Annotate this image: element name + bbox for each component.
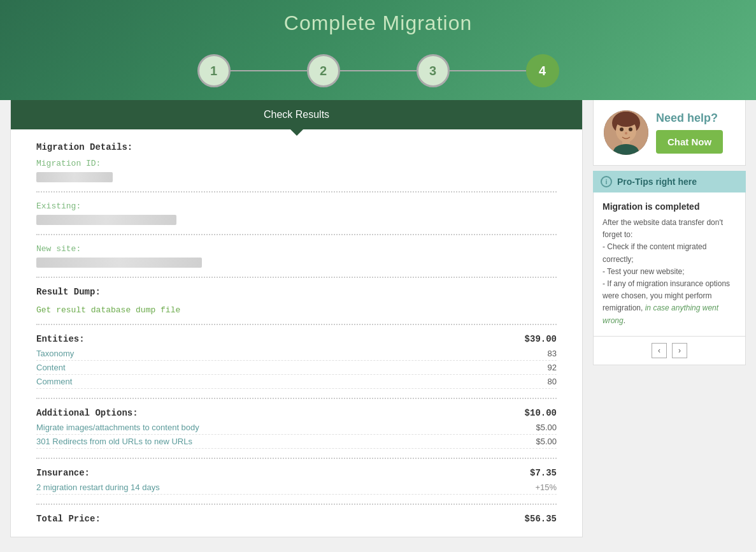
total-price: $56.35 [525, 514, 557, 524]
taxonomy-row: Taxonomy 83 [36, 347, 557, 361]
step-line-3 [450, 70, 526, 71]
tips-title: Migration is completed [603, 201, 736, 212]
additional-price: $10.00 [525, 408, 557, 418]
steps-bar: 1 2 3 4 [0, 48, 756, 100]
prev-arrow-button[interactable]: ‹ [652, 343, 667, 358]
tips-content: After the website data transfer don't fo… [603, 217, 736, 327]
svg-point-3 [615, 112, 638, 127]
divider-5 [36, 398, 557, 399]
divider-2 [36, 234, 557, 235]
pro-tips-header: i Pro-Tips right here [593, 171, 746, 192]
next-arrow-button[interactable]: › [672, 343, 687, 358]
new-site-value [36, 258, 202, 268]
avatar [604, 110, 648, 155]
comment-row: Comment 80 [36, 375, 557, 389]
taxonomy-value: 83 [548, 349, 557, 358]
left-panel: Check Results Migration Details: Migrati… [10, 99, 583, 537]
check-results-label: Check Results [264, 109, 329, 120]
insurance-label: Insurance: [36, 468, 90, 478]
content-row: Content 92 [36, 361, 557, 375]
taxonomy-label: Taxonomy [36, 349, 74, 358]
content-value: 92 [548, 363, 557, 372]
step-4[interactable]: 4 [526, 54, 559, 87]
result-dump-title: Result Dump: [36, 287, 557, 297]
tips-body: Migration is completed After the website… [593, 192, 746, 337]
option1-price: $5.00 [536, 423, 557, 432]
info-icon: i [601, 176, 612, 187]
help-text-area: Need help? Chat Now [656, 112, 723, 154]
total-row: Total Price: $56.35 [36, 514, 557, 524]
check-results-header: Check Results [11, 100, 582, 129]
total-label: Total Price: [36, 514, 101, 524]
divider-4 [36, 324, 557, 325]
option2-label: 301 Redirects from old URLs to new URLs [36, 437, 192, 446]
insurance-row: Insurance: $7.35 [36, 468, 557, 478]
migration-id-value [36, 172, 113, 182]
header: Complete Migration 1 2 3 4 [0, 0, 756, 100]
svg-point-4 [620, 127, 624, 131]
option2-price: $5.00 [536, 437, 557, 446]
main-content: Check Results Migration Details: Migrati… [0, 99, 756, 550]
divider-6 [36, 458, 557, 459]
comment-label: Comment [36, 377, 72, 386]
divider-1 [36, 191, 557, 192]
content-label: Content [36, 363, 66, 372]
insurance-desc: 2 migration restart during 14 days [36, 483, 160, 492]
insurance-pct: +15% [535, 483, 557, 492]
results-body: Migration Details: Migration ID: Existin… [11, 129, 582, 537]
option2-row: 301 Redirects from old URLs to new URLs … [36, 435, 557, 449]
tips-text-3: - Test your new website; [603, 267, 685, 276]
comment-value: 80 [548, 377, 557, 386]
tips-nav: ‹ › [593, 337, 746, 365]
step-3[interactable]: 3 [417, 54, 450, 87]
entities-price: $39.00 [525, 334, 557, 344]
step-line-1 [231, 70, 307, 71]
existing-label: Existing: [36, 201, 557, 211]
svg-point-5 [629, 127, 632, 131]
need-help-text: Need help? [656, 112, 723, 125]
migration-details-title: Migration Details: [36, 142, 557, 152]
help-box: Need help? Chat Now [593, 99, 746, 166]
new-site-label: New site: [36, 244, 557, 254]
step-line-2 [340, 70, 417, 71]
right-sidebar: Need help? Chat Now i Pro-Tips right her… [593, 99, 746, 537]
entities-row: Entities: $39.00 [36, 334, 557, 344]
tips-text-5: . [624, 316, 625, 325]
pro-tips-label: Pro-Tips right here [617, 177, 697, 187]
tips-text-1: After the website data transfer don't fo… [603, 218, 723, 239]
insurance-detail-row: 2 migration restart during 14 days +15% [36, 481, 557, 495]
dump-link[interactable]: Get result database dump file [36, 305, 180, 315]
option1-row: Migrate images/attachments to content bo… [36, 421, 557, 435]
existing-value [36, 215, 176, 225]
insurance-price: $7.35 [530, 468, 557, 478]
chat-now-button[interactable]: Chat Now [656, 130, 723, 154]
divider-7 [36, 504, 557, 505]
additional-label: Additional Options: [36, 408, 138, 418]
step-1[interactable]: 1 [197, 54, 231, 87]
divider-3 [36, 277, 557, 278]
svg-point-6 [625, 132, 627, 134]
tips-text-2: - Check if the content migrated correctl… [603, 242, 706, 263]
entities-label: Entities: [36, 334, 85, 344]
option1-label: Migrate images/attachments to content bo… [36, 423, 199, 432]
additional-row: Additional Options: $10.00 [36, 408, 557, 418]
step-2[interactable]: 2 [307, 54, 340, 87]
page-title: Complete Migration [0, 11, 756, 35]
migration-id-label: Migration ID: [36, 159, 557, 168]
